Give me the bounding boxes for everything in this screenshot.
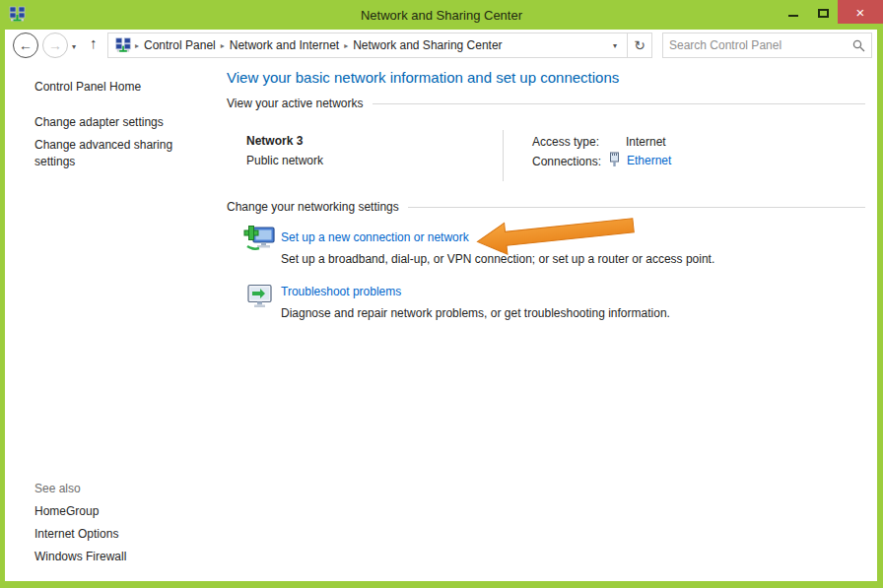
close-button[interactable]: ×	[838, 0, 883, 24]
chevron-down-icon: ▾	[72, 42, 76, 51]
network-column-divider	[503, 130, 504, 181]
setup-connection-link[interactable]: Set up a new connection or network	[281, 230, 469, 244]
troubleshoot-link[interactable]: Troubleshoot problems	[281, 285, 401, 298]
history-dropdown-button[interactable]: ▾	[72, 42, 76, 51]
network-breadcrumb-icon	[115, 37, 131, 53]
window-client-area: ← → ▾ ↑ ▸ Control Panel ▸ Network and In…	[5, 30, 877, 581]
sidebar-item-change-adapter-settings[interactable]: Change adapter settings	[34, 115, 164, 129]
close-icon: ×	[856, 4, 865, 21]
ethernet-link[interactable]: Ethernet	[627, 154, 671, 167]
search-box	[662, 33, 872, 58]
section-divider	[373, 103, 865, 104]
search-icon	[852, 39, 865, 52]
setup-connection-icon	[241, 223, 277, 258]
connections-label: Connections:	[532, 155, 601, 168]
minimize-button[interactable]	[779, 0, 808, 24]
refresh-icon: ↻	[634, 37, 645, 53]
address-dropdown-button[interactable]: ▾	[603, 33, 627, 57]
window-controls: ×	[779, 0, 883, 25]
sidebar-item-control-panel-home[interactable]: Control Panel Home	[34, 80, 141, 94]
sidebar-item-homegroup[interactable]: HomeGroup	[34, 504, 99, 518]
troubleshoot-icon	[246, 283, 273, 309]
forward-button[interactable]: →	[42, 33, 68, 58]
search-input[interactable]	[663, 38, 846, 52]
breadcrumb-control-panel[interactable]: Control Panel	[139, 38, 221, 52]
access-type-label: Access type:	[532, 135, 599, 149]
breadcrumb-network-and-internet[interactable]: Network and Internet	[225, 38, 344, 52]
troubleshoot-description: Diagnose and repair network problems, or…	[281, 306, 670, 320]
network-type: Public network	[246, 154, 323, 167]
navigation-bar: ← → ▾ ↑ ▸ Control Panel ▸ Network and In…	[5, 30, 877, 61]
page-title: View your basic network information and …	[227, 69, 619, 86]
network-sharing-center-window: Network and Sharing Center × ← → ▾ ↑	[0, 0, 883, 588]
titlebar: Network and Sharing Center ×	[0, 0, 883, 30]
networking-settings-label: Change your networking settings	[227, 200, 399, 214]
see-also-label: See also	[34, 482, 81, 495]
up-button[interactable]: ↑	[90, 34, 98, 51]
network-app-icon	[9, 6, 26, 23]
address-bar[interactable]: ▸ Control Panel ▸ Network and Internet ▸…	[107, 33, 652, 58]
back-icon: ←	[19, 37, 33, 53]
search-button[interactable]	[846, 33, 871, 57]
active-networks-label: View your active networks	[227, 97, 364, 110]
chevron-down-icon: ▾	[613, 41, 617, 50]
section-divider	[408, 207, 865, 208]
window-title: Network and Sharing Center	[0, 8, 883, 23]
network-name: Network 3	[246, 134, 303, 148]
ethernet-icon	[608, 152, 621, 167]
sidebar-item-windows-firewall[interactable]: Windows Firewall	[34, 550, 126, 563]
breadcrumb-network-sharing-center[interactable]: Network and Sharing Center	[348, 38, 507, 52]
maximize-button[interactable]	[808, 0, 838, 24]
sidebar-item-internet-options[interactable]: Internet Options	[34, 527, 118, 541]
setup-connection-description: Set up a broadband, dial-up, or VPN conn…	[281, 252, 714, 266]
minimize-icon	[788, 15, 798, 17]
forward-icon: →	[48, 37, 62, 53]
sidebar-item-change-advanced-sharing[interactable]: Change advanced sharing settings	[34, 137, 200, 170]
active-networks-section-header: View your active networks	[227, 97, 865, 110]
back-button[interactable]: ←	[13, 33, 38, 58]
up-arrow-icon: ↑	[90, 34, 98, 51]
maximize-icon	[818, 9, 829, 18]
access-type-value: Internet	[626, 135, 666, 149]
refresh-button[interactable]: ↻	[628, 33, 651, 57]
networking-settings-section-header: Change your networking settings	[227, 200, 865, 214]
